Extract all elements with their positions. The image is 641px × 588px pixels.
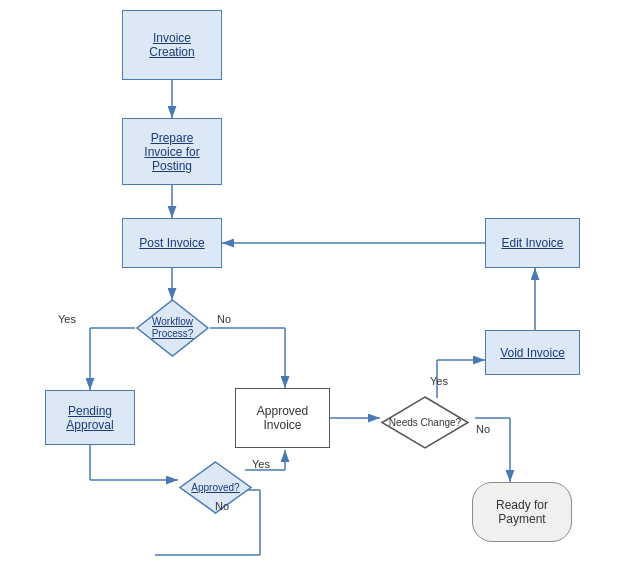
invoice-creation-label: Invoice Creation <box>149 31 194 59</box>
post-invoice-label: Post Invoice <box>139 236 204 250</box>
ready-for-payment-node: Ready for Payment <box>472 482 572 542</box>
no-approved-label: No <box>215 500 229 512</box>
approved-diamond-label: Approved? <box>191 482 239 493</box>
workflow-process-node: Workflow Process? <box>135 298 210 358</box>
ready-for-payment-label: Ready for Payment <box>496 498 548 526</box>
yes-workflow-label: Yes <box>58 313 76 325</box>
post-invoice-node: Post Invoice <box>122 218 222 268</box>
needs-change-label: Needs Change? <box>389 417 461 428</box>
yes-approved-label: Yes <box>252 458 270 470</box>
edit-invoice-node: Edit Invoice <box>485 218 580 268</box>
yes-needs-change-label: Yes <box>430 375 448 387</box>
needs-change-node: Needs Change? <box>380 395 470 450</box>
prepare-invoice-node: Prepare Invoice for Posting <box>122 118 222 185</box>
approved-invoice-node: Approved Invoice <box>235 388 330 448</box>
approved-invoice-label: Approved Invoice <box>257 404 308 432</box>
no-needs-change-label: No <box>476 423 490 435</box>
no-workflow-label: No <box>217 313 231 325</box>
edit-invoice-label: Edit Invoice <box>501 236 563 250</box>
void-invoice-node: Void Invoice <box>485 330 580 375</box>
void-invoice-label: Void Invoice <box>500 346 565 360</box>
pending-approval-label: Pending Approval <box>66 404 113 432</box>
prepare-invoice-label: Prepare Invoice for Posting <box>144 131 199 173</box>
pending-approval-node: Pending Approval <box>45 390 135 445</box>
workflow-process-label: Workflow Process? <box>152 316 194 340</box>
invoice-creation-node: Invoice Creation <box>122 10 222 80</box>
